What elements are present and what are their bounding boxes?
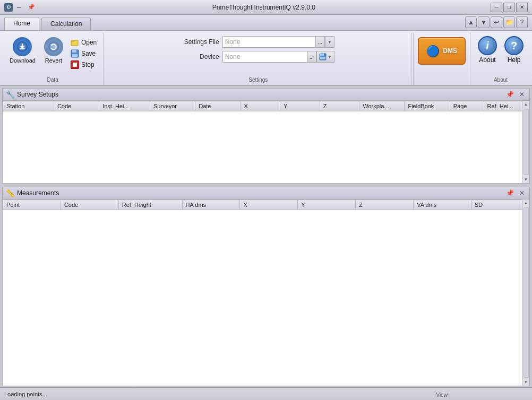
- scroll-up-arrow[interactable]: ▲: [523, 101, 529, 108]
- m-scroll-up-arrow[interactable]: ▲: [523, 199, 529, 206]
- m-col-point: Point: [3, 200, 61, 210]
- dms-button[interactable]: 🔵 DMS: [418, 37, 466, 65]
- measurements-table: Point Code Ref. Height HA dms X Y Z VA d…: [3, 199, 529, 210]
- status-text: Loading points...: [4, 391, 47, 397]
- measurements-pin[interactable]: 📌: [504, 189, 516, 197]
- stop-icon: [71, 60, 79, 69]
- pin-menu[interactable]: 📌: [25, 3, 37, 12]
- settings-fields: Settings File ... ▼ Device ... ▼: [178, 33, 339, 84]
- svg-marker-8: [71, 40, 78, 46]
- m-scroll-down-arrow[interactable]: ▼: [523, 379, 529, 386]
- about-button[interactable]: i About: [476, 35, 499, 65]
- save-icon: [71, 49, 79, 58]
- m-scroll-track[interactable]: [524, 207, 529, 378]
- scroll-track[interactable]: [524, 109, 529, 175]
- col-date: Date: [195, 101, 241, 111]
- col-fieldbook: FieldBook: [405, 101, 450, 111]
- col-y: Y: [280, 101, 320, 111]
- ribbon-group-data: Download Revert: [2, 33, 104, 85]
- m-col-y: Y: [298, 200, 356, 210]
- scroll-down-arrow[interactable]: ▼: [523, 176, 529, 183]
- qa-folder-button[interactable]: 📁: [503, 16, 515, 28]
- minimize-button[interactable]: ─: [491, 3, 502, 12]
- m-col-z: Z: [356, 200, 414, 210]
- survey-setups-header-row: Station Code Inst. Hei... Surveyor Date …: [3, 101, 529, 111]
- title-bar-left: ⚙ ─ 📌: [4, 3, 37, 12]
- survey-setups-pin[interactable]: 📌: [504, 91, 516, 98]
- col-surveyor: Surveyor: [150, 101, 195, 111]
- tab-calculation[interactable]: Calculation: [41, 18, 91, 30]
- qa-download-button[interactable]: ▼: [478, 16, 490, 28]
- measurements-header-row: Point Code Ref. Height HA dms X Y Z VA d…: [3, 200, 529, 210]
- close-button[interactable]: ✕: [516, 3, 528, 12]
- help-label: Help: [508, 56, 521, 64]
- svg-rect-14: [320, 57, 325, 59]
- system-menu[interactable]: ─: [15, 3, 23, 12]
- about-buttons: i About ? Help: [476, 33, 526, 65]
- ribbon-group-settings: Settings File ... ▼ Device ... ▼: [105, 33, 412, 85]
- view-group-label: View: [176, 392, 532, 398]
- open-button[interactable]: Open: [68, 37, 99, 48]
- settings-file-dropdown[interactable]: ▼: [325, 36, 334, 48]
- survey-setups-table-wrap: Station Code Inst. Hei... Surveyor Date …: [3, 101, 529, 183]
- settings-file-label: Settings File: [182, 38, 219, 46]
- stop-button[interactable]: Stop: [68, 59, 99, 70]
- ribbon-group-about: i About ? Help About: [471, 33, 530, 85]
- save-label: Save: [81, 50, 96, 57]
- device-ellipsis[interactable]: ...: [307, 51, 316, 63]
- help-icon: ?: [504, 36, 524, 55]
- survey-setups-title: Survey Setups: [17, 91, 58, 98]
- survey-setups-close[interactable]: ✕: [518, 91, 526, 98]
- data-group-label: Data: [2, 77, 103, 83]
- measurements-controls: 📌 ✕: [504, 189, 526, 197]
- survey-setups-table: Station Code Inst. Hei... Surveyor Date …: [3, 101, 529, 111]
- qa-up-button[interactable]: ▲: [465, 16, 477, 28]
- revert-button[interactable]: Revert: [41, 35, 66, 66]
- ribbon-group-view: 🔵 DMS View: [413, 33, 470, 85]
- m-col-sd: SD: [471, 200, 529, 210]
- survey-setups-title-wrap: 🔧 Survey Setups: [6, 90, 58, 99]
- svg-rect-2: [20, 48, 25, 49]
- svg-point-5: [48, 41, 59, 52]
- col-code: Code: [54, 101, 99, 111]
- open-icon: [71, 38, 79, 47]
- settings-group-label: Settings: [105, 77, 411, 83]
- revert-icon: [44, 37, 63, 56]
- dms-icon: 🔵: [426, 45, 440, 57]
- svg-rect-10: [72, 50, 76, 53]
- survey-setups-controls: 📌 ✕: [504, 91, 526, 98]
- download-label: Download: [10, 57, 36, 64]
- app-title: PrimeThought InstrumentIQ v2.9.0.0: [37, 4, 491, 11]
- measurements-close[interactable]: ✕: [518, 189, 526, 197]
- title-bar: ⚙ ─ 📌 PrimeThought InstrumentIQ v2.9.0.0…: [0, 0, 532, 15]
- device-save-btn[interactable]: ▼: [316, 51, 334, 63]
- app-icon: ⚙: [4, 3, 13, 12]
- col-station: Station: [3, 101, 54, 111]
- m-col-code: Code: [61, 200, 118, 210]
- device-input[interactable]: [222, 51, 307, 63]
- data-small-buttons: Open Save Stop: [68, 35, 99, 70]
- qa-undo-button[interactable]: ↩: [491, 16, 502, 28]
- settings-file-ellipsis[interactable]: ...: [315, 36, 325, 48]
- ribbon: Download Revert: [0, 31, 532, 86]
- measurements-scrollbar[interactable]: ▲ ▼: [522, 199, 529, 386]
- survey-setups-scrollbar[interactable]: ▲ ▼: [522, 101, 529, 183]
- revert-label: Revert: [45, 57, 62, 64]
- save-button[interactable]: Save: [68, 48, 99, 59]
- settings-file-row: Settings File ... ▼: [182, 36, 334, 48]
- window-controls: ─ □ ✕: [491, 3, 528, 12]
- col-workplace: Workpla...: [359, 101, 405, 111]
- help-button[interactable]: ? Help: [502, 35, 526, 65]
- measurements-title: Measurements: [17, 189, 59, 197]
- col-inst-height: Inst. Hei...: [99, 101, 150, 111]
- col-z: Z: [320, 101, 359, 111]
- m-col-ha-dms: HA dms: [182, 200, 240, 210]
- dms-label: DMS: [443, 47, 457, 55]
- qa-help-button[interactable]: ?: [516, 16, 528, 28]
- maximize-button[interactable]: □: [503, 3, 515, 12]
- col-page: Page: [450, 101, 484, 111]
- tab-home[interactable]: Home: [4, 17, 39, 30]
- download-button[interactable]: Download: [6, 35, 39, 66]
- settings-file-input[interactable]: [222, 36, 315, 48]
- m-col-x: X: [240, 200, 298, 210]
